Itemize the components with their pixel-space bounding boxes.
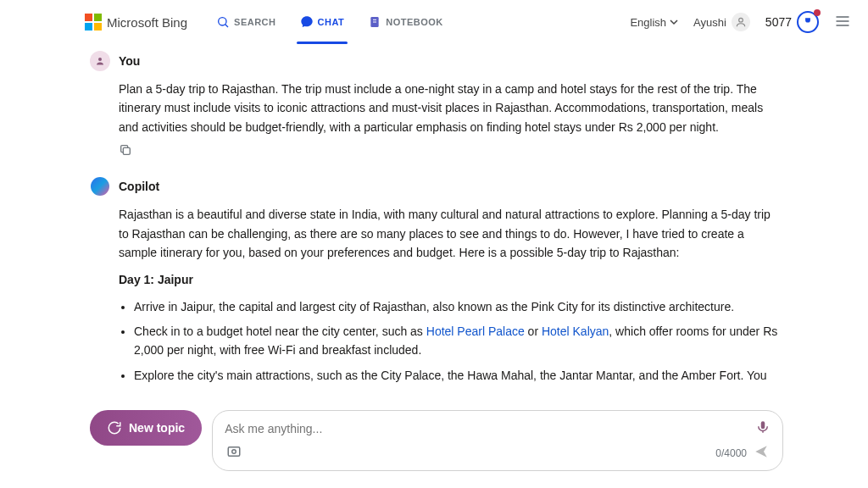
list-item: Arrive in Jaipur, the capital and larges… (134, 298, 783, 317)
trophy-icon (797, 11, 819, 33)
copilot-intro: Rajasthan is a beautiful and diverse sta… (119, 205, 783, 262)
copy-button[interactable] (119, 143, 783, 159)
tab-notebook[interactable]: NOTEBOOK (364, 10, 447, 34)
new-topic-label: New topic (129, 421, 185, 435)
sender-you: You (119, 54, 140, 68)
char-counter: 0/4000 (715, 444, 769, 462)
counter-text: 0/4000 (715, 447, 747, 459)
notebook-icon (368, 15, 381, 29)
hotel-link-2[interactable]: Hotel Kalyan (542, 324, 609, 338)
day1-list: Arrive in Jaipur, the capital and larges… (134, 298, 783, 383)
copilot-avatar (90, 176, 110, 197)
svg-rect-16 (761, 421, 765, 429)
account-button[interactable]: Ayushi (693, 13, 750, 31)
svg-rect-2 (85, 23, 92, 30)
camera-icon (226, 444, 242, 459)
bing-logo[interactable]: Microsoft Bing (85, 14, 187, 30)
copy-icon (119, 143, 132, 157)
header-bar: Microsoft Bing SEARCH CHAT NOTEBOOK Engl… (0, 0, 868, 44)
copilot-message: Copilot Rajasthan is a beautiful and div… (90, 176, 783, 383)
composer-bar: New topic 0/4000 (90, 410, 783, 471)
user-message: You Plan a 5-day trip to Rajasthan. The … (90, 51, 783, 159)
svg-point-15 (91, 177, 109, 196)
svg-rect-3 (94, 23, 102, 30)
svg-rect-14 (123, 148, 130, 155)
mic-icon (755, 419, 771, 435)
svg-rect-17 (228, 447, 240, 457)
user-avatar (90, 51, 110, 71)
list-item: Explore the city's main attractions, suc… (134, 367, 783, 383)
user-name: Ayushi (693, 16, 726, 29)
chat-area: You Plan a 5-day trip to Rajasthan. The … (0, 44, 868, 383)
search-icon (216, 15, 230, 29)
image-upload-button[interactable] (226, 444, 242, 462)
notification-dot-icon (814, 9, 821, 16)
points-count: 5077 (765, 15, 792, 29)
hamburger-menu[interactable] (834, 13, 851, 32)
svg-rect-1 (94, 14, 102, 21)
tab-notebook-label: NOTEBOOK (386, 17, 443, 27)
svg-point-4 (219, 18, 226, 25)
nav-tabs: SEARCH CHAT NOTEBOOK (213, 10, 447, 34)
language-label: English (630, 16, 666, 29)
hotel-link-1[interactable]: Hotel Pearl Palace (426, 324, 525, 338)
svg-rect-0 (85, 14, 92, 21)
rewards-button[interactable]: 5077 (765, 11, 819, 33)
svg-line-5 (225, 25, 228, 27)
chat-icon (300, 15, 314, 29)
svg-point-13 (98, 58, 102, 61)
sender-copilot: Copilot (119, 180, 159, 193)
new-topic-button[interactable]: New topic (90, 410, 202, 446)
copilot-message-text: Rajasthan is a beautiful and diverse sta… (119, 205, 783, 383)
input-container: 0/4000 (212, 410, 783, 471)
tab-search-label: SEARCH (234, 17, 275, 27)
svg-point-9 (739, 18, 743, 22)
send-button[interactable] (754, 444, 769, 462)
new-topic-icon (107, 420, 122, 435)
mic-button[interactable] (755, 419, 771, 437)
tab-chat-label: CHAT (318, 17, 345, 27)
microsoft-icon (85, 14, 102, 30)
language-selector[interactable]: English (630, 16, 678, 29)
tab-chat[interactable]: CHAT (297, 10, 348, 34)
user-avatar-icon (732, 13, 750, 31)
list-item: Check in to a budget hotel near the city… (134, 323, 783, 359)
chat-input[interactable] (225, 422, 748, 435)
send-icon (754, 444, 769, 459)
chevron-down-icon (670, 18, 678, 26)
user-message-text: Plan a 5-day trip to Rajasthan. The trip… (119, 80, 783, 136)
menu-icon (834, 13, 851, 30)
svg-point-18 (232, 450, 236, 454)
logo-text: Microsoft Bing (107, 15, 187, 30)
day1-heading: Day 1: Jaipur (119, 273, 193, 286)
tab-search[interactable]: SEARCH (213, 10, 279, 34)
